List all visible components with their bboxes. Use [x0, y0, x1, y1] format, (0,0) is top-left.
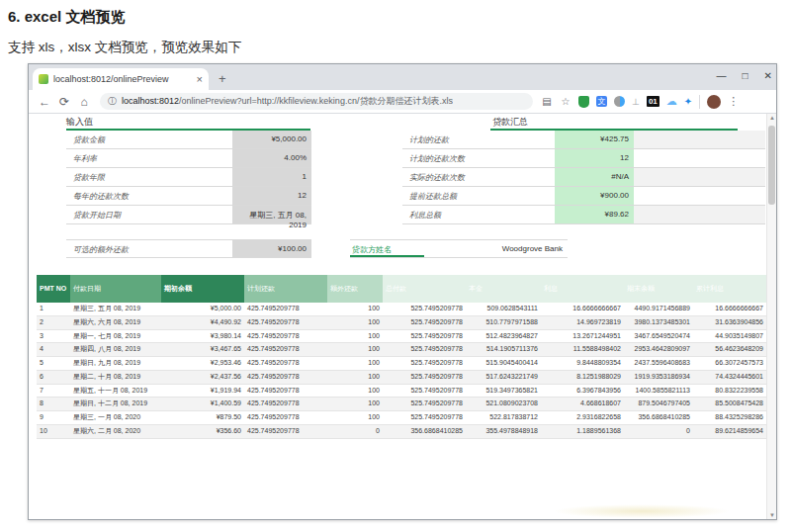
- table-cell: 4490.9171456889: [624, 303, 693, 315]
- window-close-button[interactable]: ✕: [764, 71, 772, 81]
- kv-label: 每年的还款次数: [66, 187, 232, 205]
- page-info-icon[interactable]: ⓘ: [108, 95, 117, 108]
- table-cell: 525.7495209778: [383, 411, 466, 425]
- table-cell: 525.7495209778: [383, 398, 466, 411]
- table-cell: 425.7495209778: [244, 329, 327, 343]
- home-button[interactable]: ⌂: [74, 95, 94, 109]
- table-cell: ¥879.50: [161, 411, 244, 425]
- column-header: 总付款: [383, 275, 466, 303]
- toolbar-separator: [699, 95, 700, 109]
- column-header: 计划还款: [244, 275, 327, 303]
- tab-title: localhost:8012/onlinePreview: [53, 74, 193, 84]
- table-cell: 509.0628543111: [466, 303, 541, 315]
- table-cell: 44.9035149807: [693, 329, 766, 343]
- table-cell: 4: [37, 343, 70, 357]
- table-cell: 356.6868410285: [383, 424, 466, 438]
- table-cell: 85.5008475428: [693, 398, 766, 411]
- url-host: localhost:8012: [122, 96, 179, 106]
- table-cell: 31.6363904856: [693, 315, 766, 329]
- table-cell: 515.9045400414: [466, 357, 541, 371]
- excel-preview-area: 输入值 贷款金额¥5,000.00年利率4.00%贷款年限1每年的还款次数12贷…: [29, 114, 776, 519]
- table-cell: 100: [327, 357, 383, 371]
- kv-value: #N/A: [555, 168, 634, 186]
- table-cell: 9.8448809354: [541, 357, 624, 371]
- table-cell: 星期三, 五月 08, 2019: [70, 303, 161, 315]
- back-button[interactable]: ←: [35, 95, 54, 109]
- cloud-extension-icon[interactable]: ☁: [666, 95, 677, 108]
- table-row: 1星期三, 五月 08, 2019¥5,000.00425.7495209778…: [37, 303, 766, 315]
- table-cell: 6.3967843956: [541, 384, 624, 398]
- profile-avatar[interactable]: [707, 95, 721, 109]
- kv-value: ¥425.75: [555, 131, 634, 148]
- table-row: 6星期二, 十月 08, 2019¥2,437.56425.7495209778…: [37, 370, 766, 384]
- table-row: 9星期三, 一月 08, 2020¥879.50425.749520977810…: [37, 411, 766, 425]
- table-cell: 星期日, 十二月 08, 2019: [70, 398, 161, 411]
- new-tab-button[interactable]: +: [219, 71, 226, 86]
- table-row: 5星期日, 九月 08, 2019¥2,953.46425.7495209778…: [37, 357, 766, 371]
- lender-label: 贷款方姓名: [350, 240, 424, 257]
- table-cell: ¥2,953.46: [161, 357, 244, 371]
- circle-extension-icon[interactable]: [614, 96, 625, 107]
- column-header: 本金: [466, 275, 541, 303]
- window-minimize-button[interactable]: —: [717, 71, 727, 81]
- kv-value: 12: [555, 149, 634, 167]
- table-cell: 100: [327, 384, 383, 398]
- kv-row: 贷款金额¥5,000.00: [66, 131, 311, 149]
- scrollbar-thumb[interactable]: [768, 126, 775, 205]
- translate-extension-icon[interactable]: 文: [596, 96, 607, 107]
- table-cell: 10: [37, 424, 70, 438]
- table-cell: 66.3072457573: [693, 357, 766, 371]
- kv-label: 实际的还款次数: [402, 168, 555, 186]
- table-cell: 星期四, 八月 08, 2019: [70, 343, 161, 357]
- table-cell: 425.7495209778: [244, 370, 327, 384]
- kv-value: 4.00%: [232, 149, 311, 167]
- table-cell: 100: [327, 329, 383, 343]
- kv-label: 贷款年限: [66, 168, 232, 186]
- table-cell: 星期六, 二月 08, 2020: [70, 424, 161, 438]
- window-maximize-button[interactable]: □: [743, 71, 748, 81]
- shield-extension-icon[interactable]: [578, 96, 589, 108]
- vertical-scrollbar[interactable]: ▲ ▼: [766, 114, 776, 519]
- badge-extension-icon[interactable]: 01: [647, 96, 659, 107]
- browser-tab[interactable]: localhost:8012/onlinePreview ×: [33, 68, 209, 90]
- url-text: localhost:8012/onlinePreview?url=http://…: [122, 95, 453, 108]
- scroll-up-icon[interactable]: ▲: [767, 115, 776, 121]
- table-cell: 525.7495209778: [383, 315, 466, 329]
- table-cell: 355.4978848918: [466, 424, 541, 438]
- tab-close-icon[interactable]: ×: [197, 73, 203, 85]
- kv-row: 每年的还款次数12: [66, 187, 311, 206]
- table-cell: 525.7495209778: [383, 329, 466, 343]
- table-cell: 519.3497365821: [466, 384, 541, 398]
- column-header: 额外还款: [327, 275, 383, 303]
- kv-row: 贷款年限1: [66, 168, 311, 187]
- table-cell: 9: [37, 411, 70, 425]
- table-cell: 100: [327, 303, 383, 315]
- bird-extension-icon[interactable]: ✦: [684, 96, 692, 107]
- bookmark-apps-icon[interactable]: ▤: [541, 96, 553, 108]
- browser-window: localhost:8012/onlinePreview × + — □ ✕ ←…: [28, 63, 777, 520]
- kv-row: 计划的还款次数12: [402, 149, 765, 168]
- kv-row: 年利率4.00%: [66, 149, 311, 168]
- empty-cell: [634, 149, 765, 167]
- lender-row: 贷款方姓名 Woodgrove Bank: [350, 239, 568, 258]
- table-cell: 100: [327, 411, 383, 425]
- table-cell: 425.7495209778: [244, 398, 327, 411]
- kv-row: 利息总额¥89.62: [402, 206, 765, 224]
- scroll-down-icon[interactable]: ▼: [767, 512, 776, 518]
- table-cell: 3467.6549520474: [624, 329, 693, 343]
- table-row: 10星期六, 二月 08, 2020¥356.60425.74952097780…: [37, 424, 766, 438]
- table-cell: 星期六, 六月 08, 2019: [70, 315, 161, 329]
- bookmark-star-icon[interactable]: ☆: [560, 96, 571, 108]
- browser-menu-button[interactable]: ⋮: [728, 95, 739, 108]
- kv-row: 提前还款总额¥900.00: [402, 187, 765, 206]
- proxy-extension-icon[interactable]: ⊥: [632, 97, 640, 107]
- table-cell: 521.0809023708: [466, 398, 541, 411]
- table-cell: 1.1889561368: [541, 424, 624, 438]
- table-cell: ¥5,000.00: [161, 303, 244, 315]
- table-cell: 1919.9353186934: [624, 370, 693, 384]
- table-cell: 879.5046797405: [624, 398, 693, 411]
- empty-cell: [634, 206, 765, 223]
- address-bar[interactable]: ⓘ localhost:8012/onlinePreview?url=http:…: [100, 93, 533, 110]
- kv-label: 贷款开始日期: [66, 206, 232, 223]
- reload-button[interactable]: ⟳: [54, 95, 74, 109]
